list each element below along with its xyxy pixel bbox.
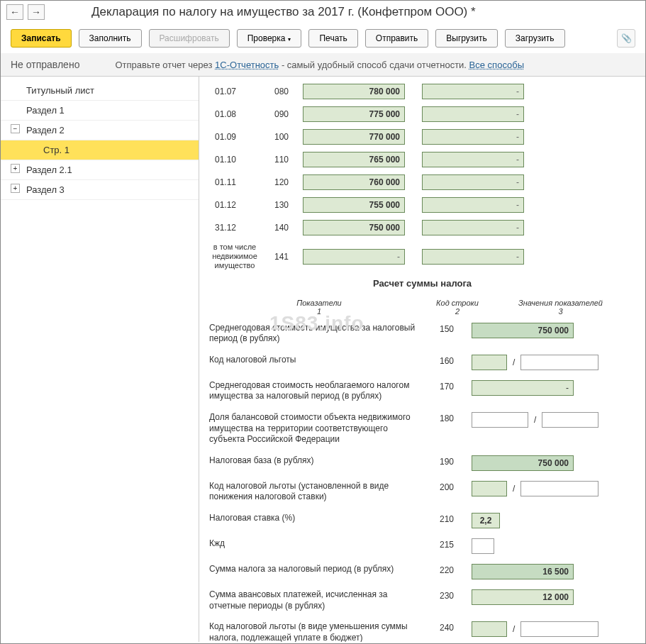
monthly-grid: 01.07080780 000 01.08090775 000 01.09100… bbox=[209, 84, 635, 271]
row-150: Среднегодовая стоимость имущества за нал… bbox=[209, 323, 635, 345]
main-area: Титульный лист Раздел 1 −Раздел 2 Стр. 1… bbox=[1, 76, 645, 642]
field-240b[interactable] bbox=[520, 621, 598, 637]
status-bar: Не отправлено Отправьте отчет через 1С-О… bbox=[1, 53, 645, 76]
form-content: 01.07080780 000 01.08090775 000 01.09100… bbox=[199, 76, 645, 642]
val2-141[interactable] bbox=[422, 249, 524, 265]
link-all-methods[interactable]: Все способы bbox=[469, 60, 524, 70]
row-180: Доля балансовой стоимости объекта недвиж… bbox=[209, 412, 635, 445]
field-215[interactable] bbox=[472, 538, 494, 554]
paperclip-icon: 📎 bbox=[621, 33, 632, 43]
field-150[interactable]: 750 000 bbox=[472, 323, 574, 338]
sections-tree: Титульный лист Раздел 1 −Раздел 2 Стр. 1… bbox=[1, 76, 199, 642]
row-200: Код налоговой льготы (установленной в ви… bbox=[209, 481, 635, 503]
val2-140[interactable] bbox=[422, 220, 524, 235]
section-heading: Расчет суммы налога bbox=[209, 278, 635, 289]
field-190[interactable]: 750 000 bbox=[472, 455, 574, 471]
tree-section-2-1[interactable]: +Раздел 2.1 bbox=[1, 160, 199, 180]
row-190: Налоговая база (в рублях)190750 000 bbox=[209, 455, 635, 471]
field-180b[interactable] bbox=[542, 412, 598, 428]
status-hint: Отправьте отчет через 1С-Отчетность - са… bbox=[115, 60, 524, 70]
val2-100[interactable] bbox=[422, 129, 524, 145]
field-210[interactable]: 2,2 bbox=[472, 513, 500, 528]
nav-back-button[interactable]: ← bbox=[6, 4, 23, 20]
fill-button[interactable]: Заполнить bbox=[79, 29, 142, 48]
tree-section-2-page-1[interactable]: Стр. 1 bbox=[1, 140, 199, 160]
label-141: в том числе недвижимое имущество bbox=[209, 243, 260, 271]
window-title: Декларация по налогу на имущество за 201… bbox=[91, 5, 640, 19]
field-160b[interactable] bbox=[520, 355, 598, 370]
expand-icon[interactable]: + bbox=[11, 184, 20, 193]
import-button[interactable]: Загрузить bbox=[505, 29, 565, 48]
val2-120[interactable] bbox=[422, 174, 524, 190]
tree-section-1[interactable]: Раздел 1 bbox=[1, 101, 199, 121]
val-080[interactable]: 780 000 bbox=[303, 84, 405, 99]
val-120[interactable]: 760 000 bbox=[303, 174, 405, 190]
chevron-down-icon: ▾ bbox=[288, 36, 291, 43]
field-160a[interactable] bbox=[472, 355, 507, 370]
save-button[interactable]: Записать bbox=[11, 29, 72, 48]
row-240: Код налоговой льготы (в виде уменьшения … bbox=[209, 621, 635, 642]
val-130[interactable]: 755 000 bbox=[303, 197, 405, 213]
column-headers: Показатели 1 Код строки 2 Значения показ… bbox=[209, 299, 635, 316]
nav-forward-button[interactable]: → bbox=[28, 4, 45, 20]
tree-section-3[interactable]: +Раздел 3 bbox=[1, 180, 199, 200]
field-170[interactable]: - bbox=[472, 380, 574, 396]
val-100[interactable]: 770 000 bbox=[303, 129, 405, 145]
field-180a[interactable] bbox=[472, 412, 528, 428]
val-141[interactable] bbox=[303, 249, 405, 265]
field-200b[interactable] bbox=[520, 481, 598, 496]
row-160: Код налоговой льготы160/ bbox=[209, 355, 635, 370]
val-110[interactable]: 765 000 bbox=[303, 152, 405, 167]
attach-button[interactable]: 📎 bbox=[617, 29, 635, 48]
link-1c-otchetnost[interactable]: 1С-Отчетность bbox=[215, 60, 279, 70]
decode-button: Расшифровать bbox=[149, 29, 230, 48]
export-button[interactable]: Выгрузить bbox=[435, 29, 498, 48]
tree-section-2[interactable]: −Раздел 2 bbox=[1, 121, 199, 140]
top-nav: ← → Декларация по налогу на имущество за… bbox=[1, 1, 645, 23]
send-button[interactable]: Отправить bbox=[365, 29, 429, 48]
val2-090[interactable] bbox=[422, 106, 524, 122]
field-240a[interactable] bbox=[472, 621, 507, 637]
tree-title-page[interactable]: Титульный лист bbox=[1, 81, 199, 101]
val-090[interactable]: 775 000 bbox=[303, 106, 405, 122]
check-button[interactable]: Проверка▾ bbox=[237, 29, 302, 48]
row-220: Сумма налога за налоговый период (в рубл… bbox=[209, 564, 635, 579]
row-210: Налоговая ставка (%)2102,2 bbox=[209, 513, 635, 528]
field-200a[interactable] bbox=[472, 481, 507, 496]
val2-130[interactable] bbox=[422, 197, 524, 213]
row-170: Среднегодовая стоимость необлагаемого на… bbox=[209, 380, 635, 402]
toolbar: Записать Заполнить Расшифровать Проверка… bbox=[1, 23, 645, 53]
field-220[interactable]: 16 500 bbox=[472, 564, 574, 579]
val-140[interactable]: 750 000 bbox=[303, 220, 405, 235]
collapse-icon[interactable]: − bbox=[11, 124, 20, 133]
expand-icon[interactable]: + bbox=[11, 164, 20, 173]
print-button[interactable]: Печать bbox=[308, 29, 357, 48]
row-230: Сумма авансовых платежей, исчисленная за… bbox=[209, 589, 635, 611]
val2-080[interactable] bbox=[422, 84, 524, 99]
send-status: Не отправлено bbox=[11, 59, 79, 70]
field-230[interactable]: 12 000 bbox=[472, 589, 574, 605]
val2-110[interactable] bbox=[422, 152, 524, 167]
row-215: Кжд215 bbox=[209, 538, 635, 554]
